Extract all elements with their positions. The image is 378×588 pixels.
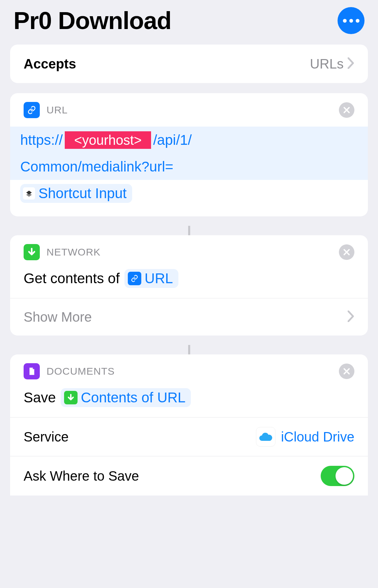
url-text-part2: /api/1/: [153, 129, 192, 151]
show-more-label: Show More: [24, 310, 348, 325]
delete-action-button[interactable]: [339, 244, 354, 260]
save-text: Save: [24, 390, 56, 406]
chevron-right-icon: [348, 309, 354, 325]
url-field[interactable]: https:// <yourhost> /api/1/ Common/media…: [10, 127, 368, 216]
shortcut-input-label: Shortcut Input: [38, 185, 127, 202]
service-value: iCloud Drive: [281, 429, 354, 445]
service-label: Service: [24, 429, 251, 445]
link-icon: [128, 272, 141, 285]
dot-icon: [343, 19, 347, 23]
url-variable[interactable]: URL: [124, 269, 178, 288]
document-icon: [24, 363, 40, 379]
toggle-knob: [336, 467, 353, 485]
dot-icon: [349, 19, 353, 23]
contents-variable-label: Contents of URL: [81, 390, 186, 406]
show-more-row[interactable]: Show More: [10, 298, 368, 336]
download-icon: [24, 244, 40, 260]
get-contents-text: Get contents of: [24, 270, 120, 287]
url-category-label: URL: [47, 104, 68, 116]
download-icon: [64, 391, 78, 404]
ask-where-row: Ask Where to Save: [10, 456, 368, 496]
icloud-icon: [256, 427, 275, 447]
shortcut-input-variable[interactable]: Shortcut Input: [20, 184, 132, 203]
delete-action-button[interactable]: [339, 102, 354, 118]
url-text-part3: Common/medialink?url=: [20, 155, 173, 178]
url-text-part1: https://: [20, 129, 63, 151]
link-icon: [24, 102, 40, 118]
documents-action-card: DOCUMENTS Save Contents of URL Service i…: [10, 354, 368, 496]
dot-icon: [356, 19, 359, 23]
accepts-value: URLs: [310, 56, 344, 72]
connector-line: [188, 345, 190, 355]
network-category-label: NETWORK: [47, 246, 100, 258]
accepts-label: Accepts: [24, 56, 310, 72]
delete-action-button[interactable]: [339, 364, 354, 379]
contents-of-url-variable[interactable]: Contents of URL: [61, 388, 191, 407]
service-row[interactable]: Service iCloud Drive: [10, 417, 368, 456]
more-button[interactable]: [338, 7, 365, 34]
documents-category-label: DOCUMENTS: [47, 366, 115, 377]
url-variable-label: URL: [145, 270, 173, 287]
shortcut-icon: [23, 187, 35, 199]
redacted-host: <yourhost>: [65, 131, 151, 149]
network-action-card: NETWORK Get contents of URL Show More: [10, 235, 368, 336]
ask-where-toggle[interactable]: [321, 466, 354, 486]
accepts-card[interactable]: Accepts URLs: [10, 45, 368, 83]
chevron-right-icon: [348, 55, 354, 72]
save-action[interactable]: Save Contents of URL: [10, 383, 368, 417]
url-action-card: URL https:// <yourhost> /api/1/ Common/m…: [10, 93, 368, 216]
get-contents-action[interactable]: Get contents of URL: [10, 264, 368, 298]
connector-line: [188, 226, 190, 236]
shortcut-title: Pr0 Download: [13, 7, 171, 34]
ask-where-label: Ask Where to Save: [24, 469, 315, 484]
